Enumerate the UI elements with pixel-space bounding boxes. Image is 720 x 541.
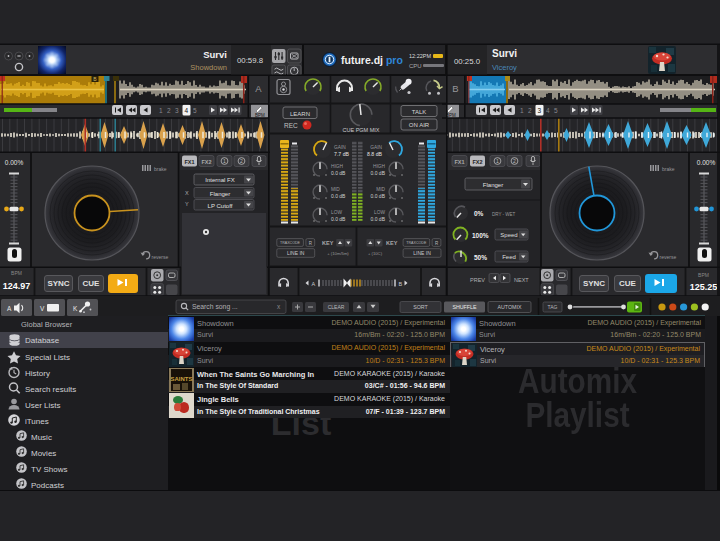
svg-text:TV Shows: TV Shows [31, 465, 67, 474]
svg-text:History: History [25, 369, 50, 378]
svg-text:Podcasts: Podcasts [31, 481, 64, 490]
svg-text:Music: Music [31, 433, 52, 442]
svg-text:iTunes: iTunes [25, 417, 49, 426]
svg-text:V: V [40, 305, 45, 312]
svg-text:AUTOMIX: AUTOMIX [497, 304, 522, 310]
svg-text:Search song ...: Search song ... [192, 303, 238, 311]
svg-text:TAG: TAG [548, 304, 558, 310]
svg-text:Database: Database [25, 336, 60, 345]
svg-text:CLEAR: CLEAR [328, 304, 345, 310]
svg-text:SHUFFLE: SHUFFLE [452, 304, 477, 310]
svg-text:Movies: Movies [31, 449, 56, 458]
svg-text:K: K [73, 305, 78, 312]
svg-text:A: A [7, 305, 12, 312]
svg-text:Search results: Search results [25, 385, 76, 394]
svg-text:Special Lists: Special Lists [25, 353, 70, 362]
svg-text:SORT: SORT [413, 304, 428, 310]
svg-text:User Lists: User Lists [25, 401, 61, 410]
